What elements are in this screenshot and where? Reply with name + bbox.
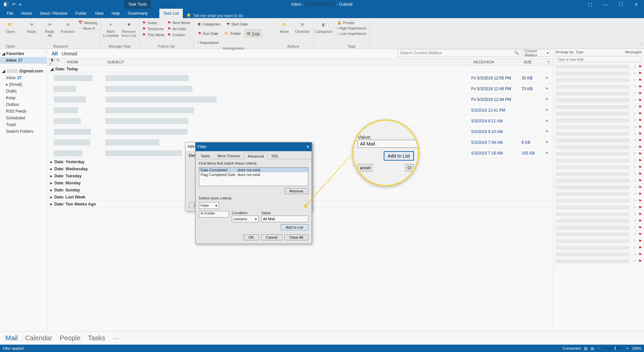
task-row[interactable]: ⚐⚑ [553, 204, 644, 211]
task-row[interactable]: ⚐⚑ [553, 218, 644, 224]
flag-no-date-button[interactable]: ⚑No Date [167, 26, 191, 32]
criteria-row[interactable]: Date Completeddoes not exist [199, 168, 308, 172]
task-row[interactable]: ⚐⚑ [553, 258, 644, 265]
filter-tab-advanced[interactable]: Advanced [244, 153, 268, 159]
flag-icon[interactable]: ⚑ [638, 91, 642, 96]
flag-icon[interactable]: ⚑ [638, 232, 642, 237]
qat-customize-icon[interactable]: ▾ [19, 2, 21, 7]
flag-icon[interactable]: ⚑ [638, 165, 642, 170]
new-task-input[interactable] [555, 56, 642, 62]
flag-icon[interactable]: ⚑ [638, 185, 642, 190]
col-received[interactable]: RECEIVED ▾ [471, 58, 522, 66]
flag-icon[interactable]: ⚑ [638, 84, 642, 89]
task-row[interactable]: ⚐⚑ [553, 171, 644, 177]
close-icon[interactable]: ✕ [306, 144, 310, 149]
nav-people[interactable]: People [60, 334, 80, 342]
task-row[interactable]: ⚐⚑ [553, 70, 644, 77]
message-row[interactable]: Fri 5/3/2019 12:49 PM⚑ [47, 94, 553, 105]
nav-outbox[interactable]: Outbox [0, 101, 47, 108]
zoom-out-icon[interactable]: − [597, 346, 599, 350]
flag-icon[interactable]: ⚑ [545, 76, 549, 80]
task-row[interactable]: ⚐⚑ [553, 124, 644, 130]
flag-icon[interactable]: ⚑ [638, 105, 642, 109]
condition-dropdown[interactable]: contains▾ [232, 216, 259, 222]
message-row[interactable]: 5/3/2019 9:11 AM⚑ [47, 116, 553, 126]
open-button[interactable]: 📂 Open [2, 20, 19, 34]
nav-more-icon[interactable]: ⋯ [112, 334, 119, 342]
flag-icon[interactable]: ⚑ [638, 138, 642, 143]
flag-icon[interactable]: ⚑ [638, 192, 642, 196]
task-row[interactable]: ⚐⚑ [553, 184, 644, 191]
reply-button[interactable]: ✉Reply [23, 20, 40, 34]
nav-mail[interactable]: Mail [5, 334, 18, 342]
remove-from-list-button[interactable]: ✖Remove from List [120, 20, 137, 38]
view-normal-icon[interactable]: ▥ [584, 346, 587, 351]
flag-icon[interactable]: ⚑ [545, 119, 549, 123]
meeting-button[interactable]: 📅Meeting [77, 20, 98, 25]
value-input[interactable] [261, 216, 308, 222]
task-row[interactable]: ⚐⚑ [553, 77, 644, 83]
filter-tab-tasks[interactable]: Tasks [197, 153, 214, 159]
flag-icon[interactable]: ⚑ [638, 71, 642, 76]
flag-icon[interactable]: ⚑ [638, 252, 642, 257]
task-row[interactable]: ⚐⚑ [553, 151, 644, 157]
tell-me-search[interactable]: 💡 Tell me what you want to do [186, 13, 243, 18]
task-row[interactable]: ⚐⚑ [553, 117, 644, 124]
task-row[interactable]: ⚐⚑ [553, 197, 644, 204]
arrange-start-date[interactable]: ⚑Start Date [224, 20, 251, 28]
task-row[interactable]: ⚐⚑ [553, 157, 644, 164]
onenote-button[interactable]: NOneNote [294, 20, 311, 34]
arrange-importance[interactable]: !Importance [196, 39, 221, 46]
flag-next-week-button[interactable]: ⚑Next Week [167, 20, 191, 25]
nav-gmail[interactable]: ▸ [Gmail] [0, 81, 47, 88]
tab-view[interactable]: View [91, 9, 108, 18]
arrange-due-date[interactable]: ⚑Due Date [196, 30, 221, 38]
nav-keep[interactable]: Keep [0, 95, 47, 101]
col-icons[interactable]: ! ◧ 📎 ⚐ [47, 58, 65, 66]
message-row[interactable]: 5/3/2019 12:41 PM⚑ [47, 105, 553, 116]
task-row[interactable]: ⚐⚑ [553, 97, 644, 104]
flag-icon[interactable]: ⚑ [638, 259, 642, 263]
mark-complete-button[interactable]: ✔Mark Complete [102, 20, 119, 38]
filter-tab-sql[interactable]: SQL [268, 153, 282, 159]
filter-unread[interactable]: Unread [62, 51, 77, 56]
nav-rss[interactable]: RSS Feeds [0, 108, 47, 115]
fav-inbox[interactable]: Inbox27 [0, 57, 47, 64]
nav-scheduled[interactable]: Scheduled [0, 115, 47, 121]
tab-grammarly[interactable]: Grammarly [124, 9, 152, 18]
maximize-icon[interactable]: ☐ [613, 0, 629, 9]
flag-icon[interactable]: ⚑ [638, 219, 642, 223]
task-row[interactable]: ⚐⚑ [553, 144, 644, 151]
zoom-in-icon[interactable]: + [626, 346, 628, 350]
flag-icon[interactable]: ⚑ [638, 212, 642, 217]
minimize-icon[interactable]: — [598, 0, 613, 9]
high-importance-button[interactable]: !High Importance [336, 26, 367, 31]
task-row[interactable]: ⚐⚑ [553, 238, 644, 244]
field-dropdown[interactable]: Field▾ [199, 202, 219, 209]
task-row[interactable]: ⚐⚑ [553, 251, 644, 258]
nav-search-folders[interactable]: Search Folders [0, 128, 47, 135]
task-row[interactable]: ⚐⚑ [553, 244, 644, 251]
flag-tomorrow-button[interactable]: ⚑Tomorrow [142, 26, 165, 32]
task-row[interactable]: ⚐⚑ [553, 164, 644, 171]
task-row[interactable]: ⚐⚑ [553, 231, 644, 238]
nav-collapse-icon[interactable]: ‹ [45, 50, 46, 53]
close-window-icon[interactable]: ✕ [629, 0, 644, 9]
task-row[interactable]: ⚐⚑ [553, 130, 644, 137]
arrange-by[interactable]: Arrange by: Type [555, 50, 584, 54]
criteria-row[interactable]: Flag Completed Datedoes not exist [199, 172, 308, 177]
task-row[interactable]: ⚐⚑ [553, 110, 644, 117]
nav-tasks[interactable]: Tasks [88, 334, 105, 342]
task-row[interactable]: ⚐⚑ [553, 104, 644, 110]
ok-button[interactable]: OK [244, 234, 259, 240]
add-to-list-button[interactable]: Add to List [281, 224, 308, 230]
tab-folder[interactable]: Folder [71, 9, 91, 18]
flag-icon[interactable]: ⚑ [638, 64, 642, 69]
private-button[interactable]: 🔒Private [336, 20, 367, 25]
task-row[interactable]: ⚐⚑ [553, 177, 644, 184]
collapse-ribbon-icon[interactable]: ˄ [641, 43, 643, 48]
more-respond-button[interactable]: ⋯More▾ [77, 26, 98, 31]
flag-this-week-button[interactable]: ⚑This Week [142, 32, 165, 38]
flag-icon[interactable]: ⚑ [638, 198, 642, 203]
flag-icon[interactable]: ⚑ [638, 205, 642, 210]
